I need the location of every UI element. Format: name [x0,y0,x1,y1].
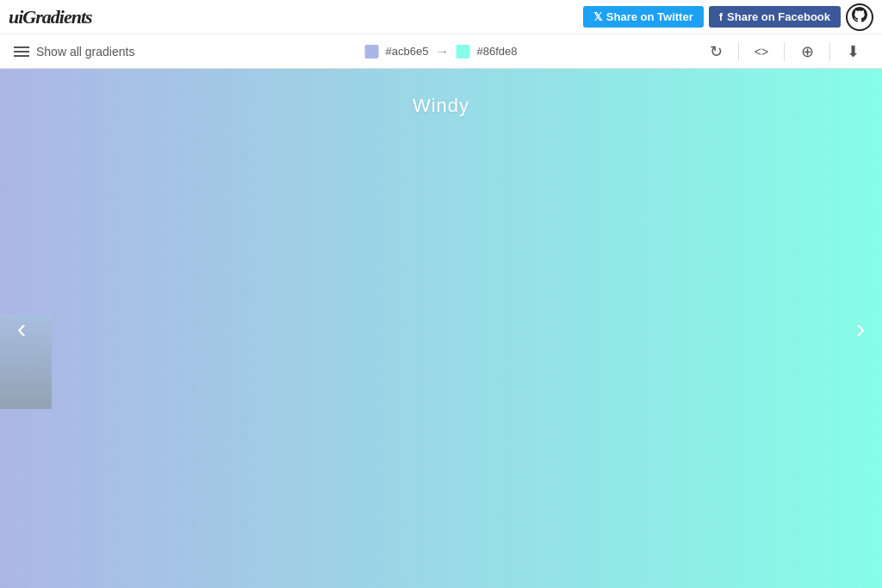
add-button[interactable]: ⊕ [792,36,823,67]
share-twitter-button[interactable]: 𝕏 Share on Twitter [583,6,704,28]
toolbar: Show all gradients #acb6e5 → #86fde8 ↻ <… [0,34,882,69]
next-gradient-button[interactable]: › [839,286,882,372]
gradient-area: Windy ‹ › [0,69,882,588]
prev-icon: ‹ [17,313,27,344]
refresh-button[interactable]: ↻ [700,36,731,67]
divider-2 [784,42,785,61]
color-start-code: #acb6e5 [386,45,429,58]
refresh-icon: ↻ [710,42,723,61]
code-icon: <> [755,45,768,59]
color-end-swatch [456,45,469,59]
menu-label: Show all gradients [36,45,134,59]
gradient-title: Windy [413,95,469,117]
share-facebook-button[interactable]: f Share on Facebook [709,6,841,28]
color-display: #acb6e5 → #86fde8 [365,44,518,59]
prev-gradient-button[interactable]: ‹ [0,286,43,372]
code-button[interactable]: <> [746,36,777,67]
twitter-label: Share on Twitter [606,10,693,23]
download-icon: ⬇ [847,42,860,61]
facebook-label: Share on Facebook [727,10,830,23]
arrow-icon: → [435,44,449,59]
download-button[interactable]: ⬇ [837,36,868,67]
github-button[interactable] [846,3,873,31]
social-buttons: 𝕏 Share on Twitter f Share on Facebook [583,3,873,31]
divider-1 [738,42,739,61]
github-icon [852,7,867,27]
add-icon: ⊕ [801,42,814,61]
app-logo: uiGradients [9,6,92,28]
next-icon: › [856,313,866,344]
twitter-icon: 𝕏 [593,10,602,23]
top-nav: uiGradients 𝕏 Share on Twitter f Share o… [0,0,882,34]
divider-3 [829,42,830,61]
hamburger-icon [14,46,29,57]
color-end-code: #86fde8 [476,45,517,58]
facebook-icon: f [719,10,723,23]
color-start-swatch [365,45,379,59]
toolbar-actions: ↻ <> ⊕ ⬇ [700,36,868,67]
show-all-gradients-button[interactable]: Show all gradients [14,45,134,59]
